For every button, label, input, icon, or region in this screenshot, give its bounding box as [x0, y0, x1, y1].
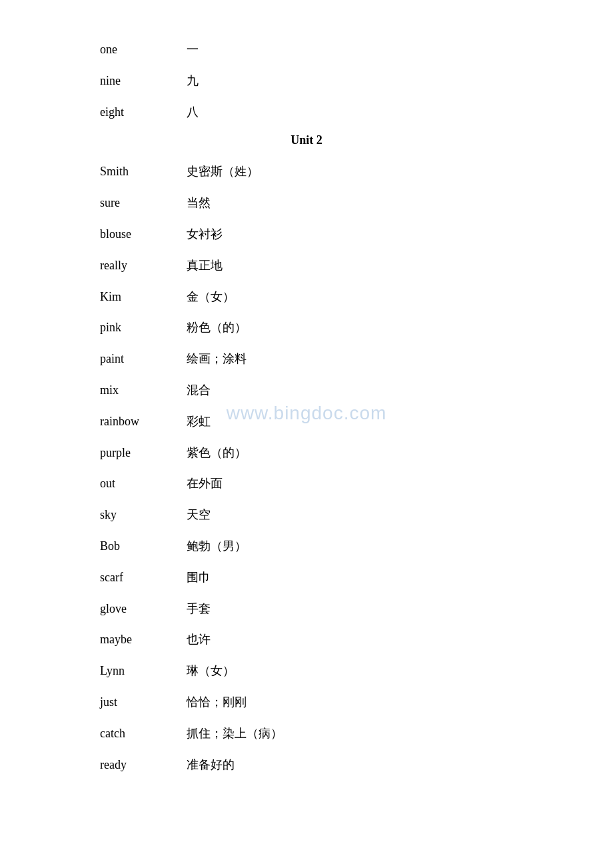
- list-item: Bob鲍勃（男）: [100, 537, 513, 556]
- list-item: sky天空: [100, 505, 513, 525]
- vocab-english: Smith: [100, 162, 180, 181]
- vocab-english: really: [100, 256, 180, 275]
- unit2-header: Unit 2: [100, 133, 513, 147]
- vocab-english: maybe: [100, 630, 180, 649]
- vocab-english: sky: [100, 505, 180, 525]
- vocab-chinese: 手套: [187, 599, 211, 619]
- list-item: maybe也许: [100, 630, 513, 649]
- list-item: just恰恰；刚刚: [100, 693, 513, 712]
- list-item: eight八: [100, 103, 513, 122]
- vocab-english: eight: [100, 103, 180, 122]
- vocab-english: catch: [100, 724, 180, 743]
- list-item: out在外面: [100, 474, 513, 493]
- vocab-english: nine: [100, 71, 180, 91]
- vocab-chinese: 女衬衫: [187, 225, 223, 244]
- vocab-chinese: 在外面: [187, 474, 223, 493]
- before-unit-vocab-list: one一nine九eight八: [100, 40, 513, 121]
- list-item: sure当然: [100, 193, 513, 213]
- list-item: Lynn琳（女）: [100, 661, 513, 681]
- vocab-chinese: 也许: [187, 630, 211, 649]
- vocab-english: Bob: [100, 537, 180, 556]
- unit2-vocab-list: Smith史密斯（姓）sure当然blouse女衬衫really真正地Kim金（…: [100, 162, 513, 774]
- list-item: ready准备好的: [100, 755, 513, 775]
- vocab-english: Lynn: [100, 661, 180, 681]
- vocab-english: rainbow: [100, 412, 180, 431]
- vocab-english: scarf: [100, 568, 180, 587]
- list-item: pink粉色（的）: [100, 318, 513, 337]
- vocab-english: purple: [100, 443, 180, 463]
- vocab-english: out: [100, 474, 180, 493]
- vocab-chinese: 天空: [187, 505, 211, 525]
- list-item: scarf围巾: [100, 568, 513, 587]
- list-item: Kim金（女）: [100, 287, 513, 307]
- vocab-chinese: 当然: [187, 193, 211, 213]
- list-item: glove手套: [100, 599, 513, 619]
- vocab-english: one: [100, 40, 180, 59]
- vocab-chinese: 史密斯（姓）: [187, 162, 259, 181]
- list-item: mix混合: [100, 381, 513, 400]
- list-item: really真正地: [100, 256, 513, 275]
- vocab-chinese: 鲍勃（男）: [187, 537, 247, 556]
- list-item: rainbow彩虹: [100, 412, 513, 431]
- vocab-chinese: 彩虹: [187, 412, 211, 431]
- list-item: catch抓住；染上（病）: [100, 724, 513, 743]
- vocab-chinese: 粉色（的）: [187, 318, 247, 337]
- list-item: paint绘画；涂料: [100, 349, 513, 369]
- vocab-chinese: 金（女）: [187, 287, 235, 307]
- vocab-chinese: 围巾: [187, 568, 211, 587]
- vocab-chinese: 恰恰；刚刚: [187, 693, 247, 712]
- vocab-chinese: 紫色（的）: [187, 443, 247, 463]
- page-content: one一nine九eight八 Unit 2 Smith史密斯（姓）sure当然…: [0, 0, 613, 826]
- vocab-chinese: 真正地: [187, 256, 223, 275]
- vocab-chinese: 准备好的: [187, 755, 235, 775]
- vocab-english: blouse: [100, 225, 180, 244]
- vocab-chinese: 九: [187, 71, 199, 91]
- vocab-chinese: 绘画；涂料: [187, 349, 247, 369]
- vocab-english: glove: [100, 599, 180, 619]
- vocab-chinese: 琳（女）: [187, 661, 235, 681]
- vocab-english: just: [100, 693, 180, 712]
- vocab-chinese: 混合: [187, 381, 211, 400]
- vocab-english: pink: [100, 318, 180, 337]
- vocab-chinese: 一: [187, 40, 199, 59]
- vocab-chinese: 抓住；染上（病）: [187, 724, 283, 743]
- list-item: one一: [100, 40, 513, 59]
- list-item: blouse女衬衫: [100, 225, 513, 244]
- vocab-english: Kim: [100, 287, 180, 307]
- list-item: Smith史密斯（姓）: [100, 162, 513, 181]
- list-item: nine九: [100, 71, 513, 91]
- list-item: purple紫色（的）: [100, 443, 513, 463]
- vocab-english: sure: [100, 193, 180, 213]
- vocab-chinese: 八: [187, 103, 199, 122]
- vocab-english: mix: [100, 381, 180, 400]
- vocab-english: ready: [100, 755, 180, 775]
- vocab-english: paint: [100, 349, 180, 369]
